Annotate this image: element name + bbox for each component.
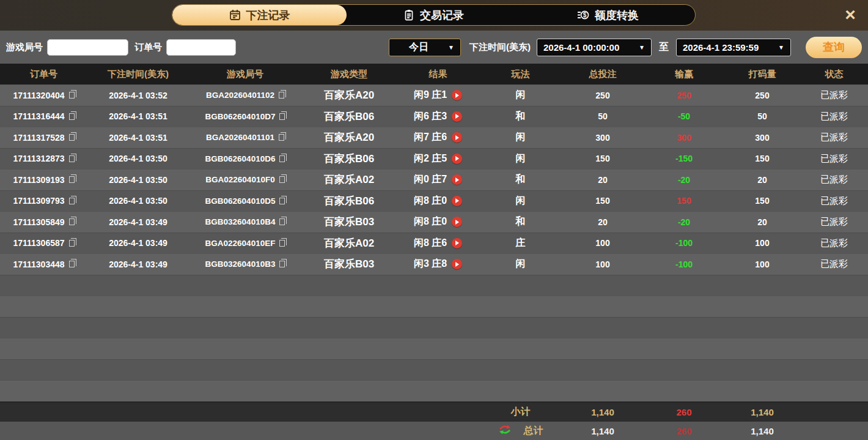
copy-icon[interactable]	[69, 92, 75, 99]
order-input[interactable]	[166, 39, 236, 56]
round-id: BGA20260401101	[206, 133, 274, 142]
game-type: 百家乐A20	[301, 127, 397, 148]
round-id: BGB062604010D6	[205, 154, 276, 163]
winloss-cell: -50	[644, 106, 724, 127]
tab-bar: 下注记录 交易记录 $ 额度转换	[172, 4, 696, 26]
total-label: 总计	[524, 425, 543, 438]
round-id: BGB032604010B3	[205, 259, 276, 269]
refresh-swap-icon[interactable]	[498, 423, 512, 438]
result-text: 闲0 庄7	[414, 173, 447, 186]
order-id: 17111312873	[13, 154, 64, 163]
close-icon[interactable]: ×	[840, 5, 861, 26]
total-turnover: 1,140	[724, 422, 800, 440]
bet-time: 2026-4-1 03:50	[87, 170, 189, 190]
total-bet: 150	[562, 149, 644, 170]
copy-icon[interactable]	[279, 261, 285, 267]
play-icon[interactable]	[452, 259, 462, 269]
header-total-bet: 总投注	[562, 64, 644, 84]
status-badge: 已派彩	[800, 191, 868, 212]
copy-icon[interactable]	[69, 218, 75, 225]
empty-row	[0, 275, 868, 296]
copy-icon[interactable]	[279, 92, 284, 99]
round-id: BGB062604010D7	[205, 112, 276, 121]
total-bet: 1,140	[562, 422, 644, 440]
copy-icon[interactable]	[279, 240, 285, 247]
date-to-select[interactable]: 2026-4-1 23:59:59 ▼	[676, 39, 791, 56]
bet-time: 2026-4-1 03:51	[87, 106, 189, 127]
winloss-cell: -20	[644, 170, 724, 190]
table-row: 17111305849 2026-4-1 03:49 BGB032604010B…	[0, 211, 868, 233]
play-type: 和	[479, 170, 562, 190]
table-row: 17111317528 2026-4-1 03:51 BGA2026040110…	[0, 127, 868, 148]
table-row: 17111303448 2026-4-1 03:49 BGB032604010B…	[0, 253, 868, 275]
quick-range-select[interactable]: 今日 ▼	[389, 39, 461, 56]
copy-icon[interactable]	[69, 198, 75, 204]
tab-label: 交易记录	[420, 8, 464, 23]
play-type: 闲	[479, 85, 562, 106]
play-icon[interactable]	[452, 154, 462, 164]
tab-bet-records[interactable]: 下注记录	[172, 5, 347, 25]
play-type: 闲	[479, 254, 562, 275]
date-from-select[interactable]: 2026-4-1 00:00:00 ▼	[537, 39, 652, 56]
round-id: BGA022604010EF	[205, 239, 276, 248]
total-winloss: 260	[644, 422, 724, 440]
result-text: 闲7 庄6	[414, 131, 447, 144]
copy-icon[interactable]	[69, 240, 75, 247]
turnover: 50	[724, 106, 800, 127]
result-text: 闲8 庄0	[414, 215, 447, 228]
bet-time: 2026-4-1 03:49	[87, 233, 189, 254]
play-type: 和	[479, 106, 562, 127]
game-type: 百家乐A20	[301, 85, 397, 106]
table-header: 订单号 下注时间(美东) 游戏局号 游戏类型 结果 玩法 总投注 输赢 打码量 …	[0, 64, 868, 84]
play-icon[interactable]	[452, 174, 462, 185]
winloss-cell: -20	[644, 212, 724, 233]
search-button[interactable]: 查询	[806, 37, 862, 58]
winloss-cell: 250	[644, 85, 724, 106]
game-type: 百家乐B06	[301, 106, 397, 127]
copy-icon[interactable]	[279, 155, 285, 162]
play-type: 和	[479, 212, 562, 233]
copy-icon[interactable]	[69, 113, 75, 120]
play-icon[interactable]	[452, 196, 462, 206]
calendar-icon	[229, 9, 241, 21]
tab-transaction-records[interactable]: 交易记录	[347, 5, 521, 25]
copy-icon[interactable]	[69, 261, 75, 267]
copy-icon[interactable]	[279, 198, 285, 204]
order-id: 17111306587	[13, 238, 64, 248]
copy-icon[interactable]	[279, 134, 284, 141]
play-icon[interactable]	[452, 90, 462, 100]
copy-icon[interactable]	[279, 113, 285, 120]
header-turnover: 打码量	[724, 64, 800, 84]
chevron-down-icon: ▼	[778, 44, 784, 51]
empty-row	[0, 359, 868, 381]
winloss-cell: -150	[644, 149, 724, 170]
round-id: BGA20260401102	[206, 91, 274, 100]
status-badge: 已派彩	[800, 106, 868, 127]
copy-icon[interactable]	[279, 176, 285, 183]
order-id: 17111309193	[13, 175, 64, 185]
play-icon[interactable]	[452, 217, 462, 227]
svg-text:$: $	[583, 12, 587, 18]
play-icon[interactable]	[452, 111, 462, 122]
status-badge: 已派彩	[800, 254, 868, 275]
copy-icon[interactable]	[69, 155, 75, 162]
tab-quota-transfer[interactable]: $ 额度转换	[521, 5, 695, 25]
bet-time: 2026-4-1 03:50	[87, 191, 189, 212]
result-text: 闲9 庄1	[414, 89, 447, 102]
header-result: 结果	[397, 64, 479, 84]
total-bet: 50	[562, 106, 644, 127]
header-order-id: 订单号	[0, 64, 87, 84]
round-input[interactable]	[47, 39, 128, 56]
play-icon[interactable]	[452, 132, 462, 143]
table-row: 17111312873 2026-4-1 03:50 BGB062604010D…	[0, 148, 868, 170]
copy-icon[interactable]	[69, 176, 75, 183]
game-type: 百家乐A02	[301, 233, 397, 254]
tab-label: 下注记录	[246, 8, 290, 23]
total-bet: 20	[562, 170, 644, 190]
copy-icon[interactable]	[69, 134, 75, 141]
turnover: 150	[724, 191, 800, 212]
copy-icon[interactable]	[279, 218, 285, 225]
order-id: 17111320404	[13, 91, 64, 100]
table-row: 17111306587 2026-4-1 03:49 BGA022604010E…	[0, 233, 868, 254]
play-icon[interactable]	[452, 238, 462, 248]
